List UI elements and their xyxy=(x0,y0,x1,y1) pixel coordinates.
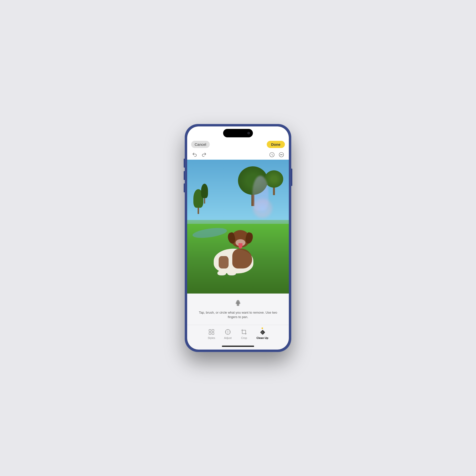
tools-left xyxy=(191,151,208,158)
crop-icon xyxy=(240,328,247,335)
ghost-person xyxy=(252,176,268,210)
toolbar-crop[interactable]: Crop xyxy=(236,327,252,341)
cleanup-icon-toolbar xyxy=(259,328,266,335)
tools-right xyxy=(268,151,285,158)
svg-point-3 xyxy=(281,154,282,155)
dog-head xyxy=(231,230,250,247)
photo-area[interactable] xyxy=(187,160,289,294)
bottom-toolbar: Styles Adjust xyxy=(187,325,289,343)
cleanup-label: Clean Up xyxy=(256,336,268,339)
svg-rect-5 xyxy=(209,329,211,331)
tools-bar xyxy=(187,150,289,160)
toolbar-cleanup[interactable]: Clean Up xyxy=(252,327,273,341)
dog-body xyxy=(214,249,253,273)
svg-rect-7 xyxy=(209,332,211,334)
svg-rect-6 xyxy=(212,329,214,331)
home-bar xyxy=(222,346,254,347)
adjust-label: Adjust xyxy=(224,336,232,339)
cleanup-panel: Tap, brush, or circle what you want to r… xyxy=(187,294,289,325)
toolbar-styles[interactable]: Styles xyxy=(203,327,220,341)
redo-button[interactable] xyxy=(201,151,208,158)
active-indicator xyxy=(262,327,263,329)
phone-screen: Cancel Done xyxy=(187,126,289,350)
front-camera xyxy=(247,132,250,134)
markup-button[interactable] xyxy=(268,151,275,158)
cancel-button[interactable]: Cancel xyxy=(191,141,210,148)
more-button[interactable] xyxy=(278,151,285,158)
toolbar-adjust[interactable]: Adjust xyxy=(220,327,236,341)
dynamic-island xyxy=(223,129,253,137)
adjust-icon xyxy=(224,328,231,335)
done-button[interactable]: Done xyxy=(267,141,285,148)
svg-point-2 xyxy=(280,154,281,155)
tree-mid-left xyxy=(201,184,208,204)
svg-rect-8 xyxy=(212,332,214,334)
styles-label: Styles xyxy=(208,336,215,339)
svg-point-10 xyxy=(228,332,228,332)
crop-label: Crop xyxy=(241,336,247,339)
photo-background xyxy=(187,160,289,294)
home-indicator xyxy=(187,343,289,350)
cleanup-hint-text: Tap, brush, or circle what you want to r… xyxy=(187,310,289,319)
phone-frame: Cancel Done xyxy=(185,124,291,352)
svg-point-4 xyxy=(282,154,282,155)
status-bar xyxy=(187,126,289,139)
brush-icon xyxy=(233,298,243,308)
styles-icon xyxy=(208,328,215,335)
svg-rect-11 xyxy=(242,330,246,334)
top-action-bar: Cancel Done xyxy=(187,139,289,150)
undo-button[interactable] xyxy=(191,151,198,158)
dog xyxy=(211,229,256,273)
